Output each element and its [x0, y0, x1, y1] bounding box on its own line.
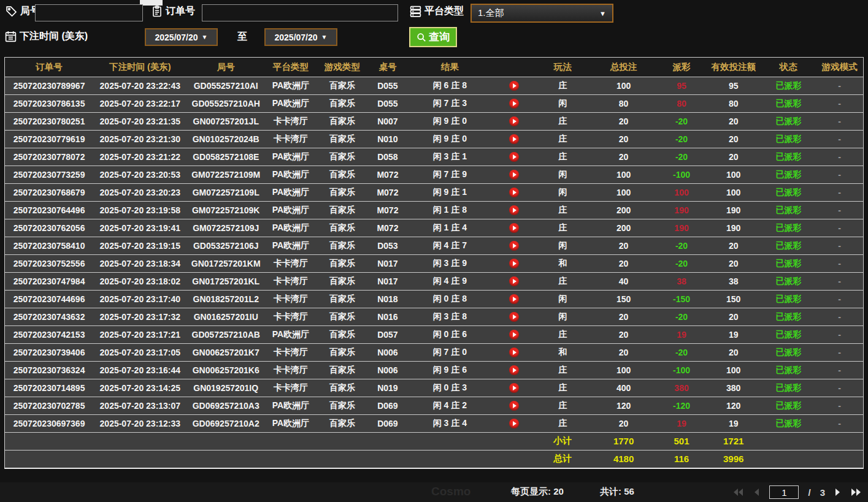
table-header-row: 订单号 下注时间 (美东) 局号 平台类型 游戏类型 桌号 结果 玩法 总投注 …	[5, 58, 863, 77]
play-icon	[513, 421, 517, 426]
cell-valid-bet: 20	[706, 254, 761, 272]
cell-bet-time: 2025-07-20 23:19:41	[93, 219, 186, 237]
play-video-button[interactable]	[509, 223, 519, 233]
cell-payout: -20	[657, 343, 706, 361]
table-row: 250720230739406 2025-07-20 23:17:05 GN00…	[5, 343, 863, 361]
cell-total-bet: 200	[590, 201, 657, 219]
chevron-down-icon: ▼	[599, 10, 606, 17]
cell-game-type: 百家乐	[317, 272, 368, 290]
play-video-button[interactable]	[509, 170, 519, 180]
total-spacer	[761, 450, 863, 468]
platform-type-select[interactable]: 1.全部 ▼	[470, 4, 613, 23]
play-video-button[interactable]	[509, 312, 519, 322]
table-row: 250720230742153 2025-07-20 23:17:21 GD05…	[5, 325, 863, 343]
cell-game-mode: -	[816, 130, 863, 148]
cell-valid-bet: 20	[706, 237, 761, 254]
play-icon	[513, 261, 517, 266]
play-video-button[interactable]	[509, 419, 519, 428]
cell-bet-type: 庄	[536, 414, 591, 432]
cell-total-bet: 20	[590, 325, 657, 343]
search-icon	[417, 32, 426, 42]
cell-bet-time: 2025-07-20 23:20:23	[93, 183, 186, 201]
cell-table-number: N018	[368, 290, 407, 308]
play-video-button[interactable]	[509, 241, 519, 251]
cell-valid-bet: 120	[706, 397, 761, 414]
play-video-button[interactable]	[509, 294, 519, 304]
cell-bet-time: 2025-07-20 23:12:33	[93, 414, 186, 432]
table-row: 250720230714895 2025-07-20 23:14:25 GN01…	[5, 379, 863, 397]
play-video-button[interactable]	[509, 81, 519, 91]
query-button[interactable]: 查询	[409, 27, 457, 47]
cell-payout: -100	[657, 361, 706, 379]
play-video-button[interactable]	[509, 116, 519, 126]
table-row: 250720230758410 2025-07-20 23:19:15 GD05…	[5, 237, 863, 254]
table-row: 250720230773259 2025-07-20 23:20:53 GM07…	[5, 165, 863, 183]
cell-valid-bet: 20	[706, 308, 761, 325]
play-video-button[interactable]	[509, 348, 519, 357]
first-page-icon[interactable]	[732, 488, 744, 496]
round-number-input[interactable]	[35, 4, 143, 21]
cell-result: 闲 9 庄 0	[407, 130, 493, 148]
cell-bet-time: 2025-07-20 23:19:15	[93, 237, 186, 254]
cell-game-type: 百家乐	[317, 94, 368, 112]
cell-bet-time: 2025-07-20 23:17:40	[93, 290, 186, 308]
cell-bet-type: 闲	[536, 165, 591, 183]
cell-order-number: 250720230752556	[5, 254, 93, 272]
cell-platform-type: 卡卡湾厅	[265, 272, 317, 290]
next-page-icon[interactable]	[834, 488, 841, 496]
play-video-button[interactable]	[509, 276, 519, 286]
date-to-picker[interactable]: 2025/07/20 ▼	[264, 28, 337, 46]
date-from-picker[interactable]: 2025/07/20 ▼	[145, 28, 218, 46]
cell-result: 闲 9 庄 1	[407, 183, 493, 201]
page-number-input[interactable]	[769, 485, 799, 499]
cell-platform-type: PA欧洲厅	[265, 219, 317, 237]
play-video-button[interactable]	[509, 401, 519, 411]
cell-platform-type: 卡卡湾厅	[265, 343, 317, 361]
clipboard-icon	[151, 5, 163, 18]
play-icon	[513, 386, 517, 390]
cell-game-type: 百家乐	[317, 361, 368, 379]
cell-table-number: N017	[368, 272, 407, 290]
cell-video	[493, 290, 536, 308]
cell-order-number: 250720230768679	[5, 183, 93, 201]
date-to-value: 2025/07/20	[275, 32, 318, 42]
previous-page-icon[interactable]	[753, 488, 760, 496]
cell-valid-bet: 19	[706, 325, 761, 343]
play-video-button[interactable]	[509, 152, 519, 162]
cell-game-mode: -	[816, 414, 863, 432]
col-header-total-bet: 总投注	[590, 58, 657, 77]
cell-result: 闲 3 庄 4	[407, 414, 493, 432]
cell-round-number: GD0582572108E	[187, 148, 265, 165]
cell-bet-time: 2025-07-20 23:22:43	[93, 77, 186, 94]
cell-bet-type: 庄	[536, 397, 591, 414]
table-row: 250720230702785 2025-07-20 23:13:07 GD06…	[5, 397, 863, 414]
per-page-label: 每页显示: 20	[511, 486, 564, 498]
play-video-button[interactable]	[509, 383, 519, 393]
total-label: 总计	[536, 450, 591, 468]
cell-bet-time: 2025-07-20 23:16:44	[93, 361, 186, 379]
cell-payout: -20	[657, 148, 706, 165]
play-video-button[interactable]	[509, 365, 519, 375]
play-video-button[interactable]	[509, 259, 519, 268]
order-number-input[interactable]	[202, 4, 398, 21]
play-video-button[interactable]	[509, 205, 519, 215]
play-video-button[interactable]	[509, 330, 519, 340]
play-video-button[interactable]	[509, 188, 519, 197]
cell-platform-type: 卡卡湾厅	[265, 112, 317, 130]
cell-bet-time: 2025-07-20 23:18:02	[93, 272, 186, 290]
cell-round-number: GN007257201JL	[187, 112, 265, 130]
cell-order-number: 250720230714895	[5, 379, 93, 397]
last-page-icon[interactable]	[850, 488, 862, 496]
play-video-button[interactable]	[509, 99, 519, 108]
pager: / 3	[732, 482, 862, 502]
cell-bet-time: 2025-07-20 23:13:07	[93, 397, 186, 414]
play-video-button[interactable]	[509, 134, 519, 144]
cell-valid-bet: 20	[706, 343, 761, 361]
cell-status: 已派彩	[761, 397, 816, 414]
cell-table-number: D055	[368, 77, 407, 94]
cell-payout: 380	[657, 379, 706, 397]
col-header-order: 订单号	[5, 58, 93, 77]
bet-time-label: 下注时间 (美东)	[20, 30, 88, 43]
play-icon	[513, 350, 517, 355]
table-row: 250720230752556 2025-07-20 23:18:34 GN01…	[5, 254, 863, 272]
